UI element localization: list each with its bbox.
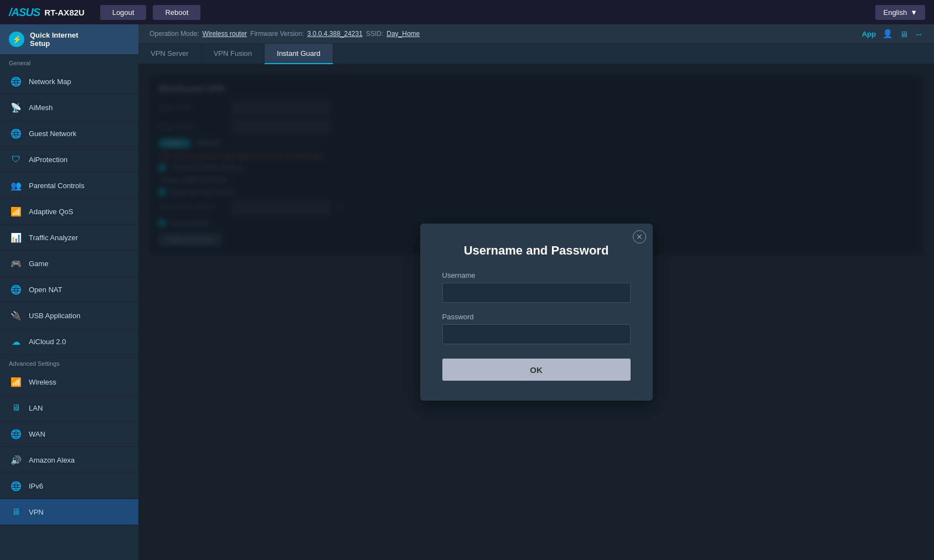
sidebar-item-wan[interactable]: 🌐 WAN (0, 421, 138, 447)
quick-setup-button[interactable]: ⚡ Quick InternetSetup (0, 24, 138, 54)
ssid-label: SSID: (366, 30, 383, 38)
operation-mode-value: Wireless router (202, 30, 247, 38)
tab-instant-guard-label: Instant Guard (277, 49, 321, 58)
network-map-icon: 🌐 (9, 74, 23, 89)
brand-model: RT-AX82U (44, 8, 85, 17)
sidebar-item-aicloud[interactable]: ☁ AiCloud 2.0 (0, 329, 138, 355)
user-icon[interactable]: 👤 (883, 29, 893, 39)
app-label[interactable]: App (862, 30, 876, 38)
wan-icon: 🌐 (9, 427, 23, 441)
sidebar-item-ipv6[interactable]: 🌐 IPv6 (0, 473, 138, 499)
sidebar-label-guest-network: Guest Network (29, 129, 76, 138)
sidebar-item-aiprotection[interactable]: 🛡 AiProtection (0, 147, 138, 173)
sidebar-label-usb-application: USB Application (29, 312, 80, 320)
sidebar-label-parental-controls: Parental Controls (29, 182, 84, 190)
chevron-down-icon: ▼ (910, 8, 917, 17)
username-password-modal: ✕ Username and Password Username Passwor… (420, 224, 653, 401)
sidebar-item-open-nat[interactable]: 🌐 Open NAT (0, 277, 138, 303)
tab-bar: VPN Server VPN Fusion Instant Guard (138, 44, 934, 64)
modal-title: Username and Password (442, 243, 631, 258)
sidebar-label-adaptive-qos: Adaptive QoS (29, 208, 73, 216)
sidebar-label-lan: LAN (29, 404, 43, 412)
sidebar-label-amazon-alexa: Amazon Alexa (29, 456, 75, 464)
vpn-icon: 🖥 (9, 505, 23, 519)
adaptive-qos-icon: 📶 (9, 204, 23, 219)
page-content: WireGuard VPN Open VPN IPSec VPN Fililia… (138, 64, 934, 560)
tab-vpn-server[interactable]: VPN Server (138, 44, 202, 63)
reboot-button[interactable]: Reboot (153, 5, 200, 20)
traffic-analyzer-icon: 📊 (9, 230, 23, 245)
firmware-value: 3.0.0.4.388_24231 (307, 30, 363, 38)
sidebar-label-game: Game (29, 260, 48, 268)
aimesh-icon: 📡 (9, 100, 23, 115)
content-area: Operation Mode: Wireless router Firmware… (138, 24, 934, 560)
sidebar-item-aimesh[interactable]: 📡 AiMesh (0, 95, 138, 121)
sidebar-item-guest-network[interactable]: 🌐 Guest Network (0, 121, 138, 147)
sidebar-item-amazon-alexa[interactable]: 🔊 Amazon Alexa (0, 447, 138, 473)
sidebar-item-wireless[interactable]: 📶 Wireless (0, 369, 138, 395)
sidebar-item-vpn[interactable]: 🖥 VPN (0, 499, 138, 525)
parental-controls-icon: 👥 (9, 178, 23, 193)
close-icon: ✕ (636, 232, 643, 241)
ipv6-icon: 🌐 (9, 479, 23, 493)
tab-instant-guard[interactable]: Instant Guard (265, 44, 333, 64)
tab-vpn-server-label: VPN Server (151, 49, 189, 58)
firmware-label: Firmware Version: (250, 30, 304, 38)
sidebar-label-open-nat: Open NAT (29, 286, 62, 294)
sidebar-item-network-map[interactable]: 🌐 Network Map (0, 69, 138, 95)
sidebar-item-adaptive-qos[interactable]: 📶 Adaptive QoS (0, 199, 138, 225)
language-label: English (883, 8, 907, 17)
ssid-value: Day_Home (386, 30, 420, 38)
guest-network-icon: 🌐 (9, 126, 23, 141)
password-input[interactable] (442, 324, 631, 344)
modal-overlay: ✕ Username and Password Username Passwor… (138, 64, 934, 560)
info-bar-icons: App 👤 🖥 ↔ (862, 29, 923, 39)
tab-vpn-fusion[interactable]: VPN Fusion (202, 44, 265, 63)
sidebar-label-aimesh: AiMesh (29, 103, 53, 112)
sidebar-label-ipv6: IPv6 (29, 482, 43, 490)
password-field-label: Password (442, 313, 631, 321)
brand-logo: /ASUS (9, 6, 40, 19)
sidebar-label-wireless: Wireless (29, 378, 56, 386)
sidebar-label-aicloud: AiCloud 2.0 (29, 338, 66, 346)
aiprotection-icon: 🛡 (9, 152, 23, 167)
wireless-icon: 📶 (9, 375, 23, 389)
quick-setup-icon: ⚡ (9, 32, 24, 47)
logout-button[interactable]: Logout (100, 5, 147, 20)
game-icon: 🎮 (9, 256, 23, 271)
info-bar: Operation Mode: Wireless router Firmware… (138, 24, 934, 44)
aicloud-icon: ☁ (9, 334, 23, 349)
modal-close-button[interactable]: ✕ (633, 230, 646, 243)
sidebar-item-lan[interactable]: 🖥 LAN (0, 395, 138, 421)
username-input[interactable] (442, 283, 631, 303)
usb-application-icon: 🔌 (9, 308, 23, 323)
sidebar-item-game[interactable]: 🎮 Game (0, 251, 138, 277)
sidebar: ⚡ Quick InternetSetup General 🌐 Network … (0, 24, 138, 560)
language-selector[interactable]: English ▼ (875, 5, 925, 20)
monitor-icon[interactable]: 🖥 (900, 29, 908, 39)
sidebar-item-traffic-analyzer[interactable]: 📊 Traffic Analyzer (0, 225, 138, 251)
brand: /ASUS RT-AX82U (9, 6, 85, 19)
ok-button[interactable]: OK (442, 359, 631, 381)
main-layout: ⚡ Quick InternetSetup General 🌐 Network … (0, 24, 934, 560)
sidebar-label-network-map: Network Map (29, 77, 71, 86)
username-field-label: Username (442, 271, 631, 279)
sidebar-item-usb-application[interactable]: 🔌 USB Application (0, 303, 138, 329)
general-section-label: General (0, 54, 138, 69)
share-icon[interactable]: ↔ (915, 29, 923, 39)
sidebar-label-traffic-analyzer: Traffic Analyzer (29, 234, 78, 242)
sidebar-label-vpn: VPN (29, 508, 44, 516)
open-nat-icon: 🌐 (9, 282, 23, 297)
sidebar-label-wan: WAN (29, 430, 45, 438)
lan-icon: 🖥 (9, 401, 23, 415)
tab-vpn-fusion-label: VPN Fusion (214, 49, 252, 58)
advanced-section-label: Advanced Settings (0, 355, 138, 369)
top-bar: /ASUS RT-AX82U Logout Reboot English ▼ (0, 0, 934, 24)
quick-setup-label: Quick InternetSetup (30, 31, 78, 48)
amazon-alexa-icon: 🔊 (9, 453, 23, 467)
sidebar-item-parental-controls[interactable]: 👥 Parental Controls (0, 173, 138, 199)
operation-mode-label: Operation Mode: (149, 30, 199, 38)
sidebar-label-aiprotection: AiProtection (29, 155, 68, 164)
